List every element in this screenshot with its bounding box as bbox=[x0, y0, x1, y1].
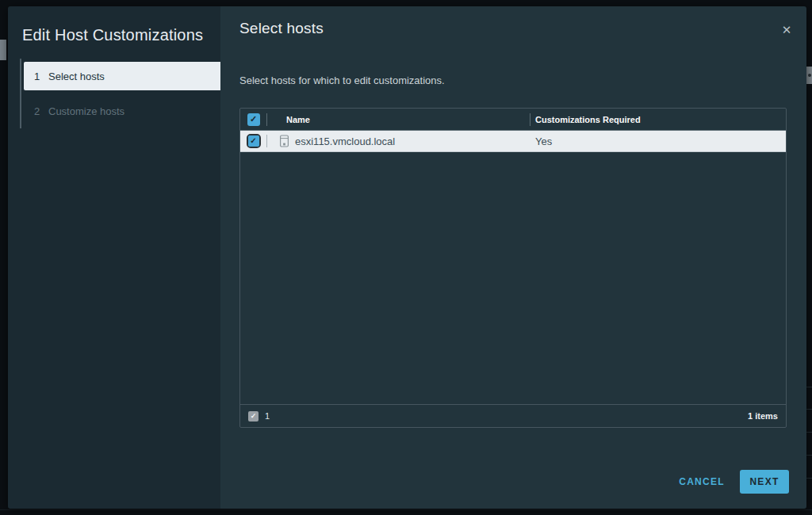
background-row-line bbox=[806, 432, 812, 433]
close-icon[interactable]: ✕ bbox=[778, 21, 795, 38]
hosts-table: ✓ Name Customizations Required ✓ bbox=[239, 108, 787, 428]
dialog-main-panel: Select hosts ✕ Select hosts for which to… bbox=[220, 6, 806, 509]
customizations-required-value: Yes bbox=[530, 135, 786, 147]
selected-count: 1 bbox=[265, 411, 270, 421]
background-row-line bbox=[806, 387, 812, 387]
edit-host-customizations-dialog: Edit Host Customizations 1 Select hosts … bbox=[8, 6, 806, 509]
host-name-cell: esxi115.vmcloud.local bbox=[267, 135, 530, 147]
row-checkbox-focus-ring: ✓ bbox=[247, 134, 261, 148]
table-header-row: ✓ Name Customizations Required bbox=[240, 109, 786, 131]
background-divider bbox=[0, 509, 812, 510]
background-row-line bbox=[806, 455, 812, 456]
row-checkbox-cell: ✓ bbox=[240, 134, 266, 148]
wizard-sidebar: Edit Host Customizations 1 Select hosts … bbox=[8, 6, 220, 509]
wizard-step-customize-hosts[interactable]: 2 Customize hosts bbox=[21, 97, 220, 125]
column-header-customizations-required[interactable]: Customizations Required bbox=[530, 115, 786, 124]
page-title: Select hosts bbox=[239, 20, 324, 37]
select-all-cell: ✓ bbox=[240, 113, 266, 126]
footer-selected-checkbox[interactable]: ✓ bbox=[248, 411, 259, 422]
background-scrollbar-thumb bbox=[0, 40, 6, 60]
cancel-button[interactable]: CANCEL bbox=[679, 476, 725, 487]
step-number: 2 bbox=[34, 105, 48, 117]
background-row-line bbox=[806, 409, 812, 410]
host-icon bbox=[279, 135, 289, 147]
table-row-host[interactable]: ✓ esxi115.vmcloud.local Yes bbox=[240, 131, 786, 152]
table-empty-body bbox=[240, 152, 786, 404]
host-name: esxi115.vmcloud.local bbox=[295, 135, 395, 147]
step-label: Select hosts bbox=[48, 71, 105, 82]
select-all-checkbox[interactable]: ✓ bbox=[247, 113, 260, 126]
table-footer: ✓ 1 1 items bbox=[240, 404, 786, 427]
dialog-title: Edit Host Customizations bbox=[22, 24, 220, 46]
step-number: 1 bbox=[34, 71, 48, 82]
step-label: Customize hosts bbox=[48, 105, 124, 117]
background-ui-dot bbox=[808, 74, 811, 77]
wizard-step-select-hosts[interactable]: 1 Select hosts bbox=[24, 62, 220, 90]
next-button[interactable]: NEXT bbox=[740, 470, 789, 494]
panel-description: Select hosts for which to edit customiza… bbox=[239, 74, 445, 86]
wizard-step-list: 1 Select hosts 2 Customize hosts bbox=[20, 59, 220, 128]
column-header-name[interactable]: Name bbox=[267, 115, 530, 124]
dialog-actions: CANCEL NEXT bbox=[679, 470, 789, 494]
items-count: 1 items bbox=[748, 411, 778, 421]
background-row-line bbox=[806, 478, 812, 479]
row-checkbox[interactable]: ✓ bbox=[248, 135, 259, 147]
